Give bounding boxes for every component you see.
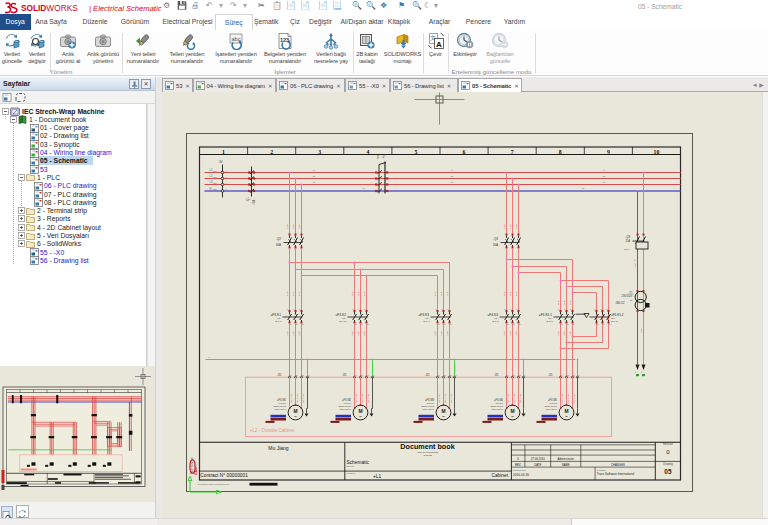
svg-text:400V 50Hz: 400V 50Hz xyxy=(545,408,558,411)
svg-text:CHANGES: CHANGES xyxy=(611,463,625,467)
svg-text:1: 1 xyxy=(290,374,292,376)
svg-text:L1P: L1P xyxy=(286,291,289,296)
svg-text:L1: L1 xyxy=(451,169,454,172)
svg-text:=F3-K5.1: =F3-K5.1 xyxy=(539,313,552,317)
svg-text:L3: L3 xyxy=(603,181,606,184)
svg-text:L1P: L1P xyxy=(557,300,560,305)
svg-text:W1 1.5G: W1 1.5G xyxy=(438,393,441,403)
svg-text:400V 50Hz: 400V 50Hz xyxy=(422,408,435,411)
svg-text:x: x xyxy=(226,188,228,190)
svg-text:x: x xyxy=(635,371,637,373)
svg-text:25A: 25A xyxy=(625,239,630,243)
svg-text:1KVA: 1KVA xyxy=(624,248,630,251)
svg-text:L1P: L1P xyxy=(563,331,566,336)
svg-text:~: ~ xyxy=(442,413,445,419)
svg-text:L1P: L1P xyxy=(298,291,301,296)
svg-text:400V 50Hz: 400V 50Hz xyxy=(491,408,504,411)
svg-text:Location:: Location: xyxy=(347,472,356,474)
svg-text:1F: 1F xyxy=(630,299,633,302)
svg-text:L1P: L1P xyxy=(292,224,295,229)
svg-text:~: ~ xyxy=(359,413,362,419)
svg-text:2: 2 xyxy=(519,323,521,325)
svg-text:| Electrical Schematic: | Electrical Schematic xyxy=(89,4,162,13)
svg-text:L1P: L1P xyxy=(363,291,366,296)
svg-text:L1P: L1P xyxy=(446,331,449,336)
svg-text:2: 2 xyxy=(290,323,292,325)
svg-text:x: x xyxy=(641,371,643,373)
svg-text:2: 2 xyxy=(296,374,298,376)
svg-text:L1: L1 xyxy=(313,169,316,172)
svg-text:-X1: -X1 xyxy=(277,373,282,377)
svg-text:2: 2 xyxy=(513,374,515,376)
svg-text:W1 1.5G: W1 1.5G xyxy=(444,393,447,403)
svg-text:L1P: L1P xyxy=(440,291,443,296)
svg-text:3: 3 xyxy=(450,374,452,376)
svg-text:2: 2 xyxy=(367,323,369,325)
svg-text:2: 2 xyxy=(507,323,509,325)
svg-text:2: 2 xyxy=(270,149,273,155)
svg-text:Ø P-2: Ø P-2 xyxy=(492,320,499,323)
svg-text:1: 1 xyxy=(561,374,563,376)
svg-text:3: 3 xyxy=(302,374,304,376)
svg-text:L1P: L1P xyxy=(434,331,437,336)
svg-text:10: 10 xyxy=(654,149,660,155)
svg-text:+: + xyxy=(634,259,636,262)
svg-text:-X0: -X0 xyxy=(219,160,224,164)
svg-text:L1P: L1P xyxy=(503,291,506,296)
svg-text:NAME: NAME xyxy=(562,463,570,467)
svg-text:-Q3: -Q3 xyxy=(493,237,498,241)
svg-text:-Q1: -Q1 xyxy=(246,197,250,202)
svg-text:-X1: -X1 xyxy=(342,373,347,377)
svg-text:x: x xyxy=(209,356,211,359)
svg-text:9: 9 xyxy=(607,149,610,155)
svg-text:W1 1.5G: W1 1.5G xyxy=(361,393,364,403)
svg-text:=F3-K5.2: =F3-K5.2 xyxy=(611,313,624,317)
svg-text:+L2 - Outside Cabinet: +L2 - Outside Cabinet xyxy=(250,428,296,433)
svg-text:L1P: L1P xyxy=(515,291,518,296)
svg-text:L1P: L1P xyxy=(634,263,637,268)
svg-text:=F3-K3: =F3-K3 xyxy=(418,313,429,317)
svg-text:Generated with elecworks serie: Generated with elecworks series xyxy=(198,483,231,485)
svg-text:L1P: L1P xyxy=(286,224,289,229)
svg-text:2: 2 xyxy=(302,323,304,325)
svg-text:W1 1.5G: W1 1.5G xyxy=(573,393,576,403)
svg-text:2: 2 xyxy=(450,323,452,325)
svg-text:L1P: L1P xyxy=(557,331,560,336)
svg-text:0: 0 xyxy=(666,449,670,455)
svg-text:abc: abc xyxy=(232,36,241,42)
svg-text:3: 3 xyxy=(367,374,369,376)
svg-text:W1 1.5G: W1 1.5G xyxy=(302,393,305,403)
svg-text:L2: L2 xyxy=(603,175,606,178)
svg-text:L1P: L1P xyxy=(503,224,506,229)
svg-text:40A: 40A xyxy=(252,200,256,205)
svg-text:W1 1.5G: W1 1.5G xyxy=(513,393,516,403)
svg-text:~: ~ xyxy=(565,413,568,419)
svg-text:Company: Company xyxy=(597,469,607,471)
svg-text:2: 2 xyxy=(361,374,363,376)
svg-text:Contract N° 00000001: Contract N° 00000001 xyxy=(200,473,248,478)
svg-text:L1P: L1P xyxy=(569,300,572,305)
svg-text:-Q8: -Q8 xyxy=(625,235,630,239)
svg-text:Ø P-9: Ø P-9 xyxy=(275,320,282,323)
svg-text:3: 3 xyxy=(573,374,575,376)
svg-text:2: 2 xyxy=(438,323,440,325)
svg-text:8: 8 xyxy=(559,149,562,155)
svg-text:=F4-K4: =F4-K4 xyxy=(487,313,498,317)
svg-text:2: 2 xyxy=(361,323,363,325)
svg-text:Cabinet: Cabinet xyxy=(491,473,508,478)
svg-text:L1P: L1P xyxy=(357,331,360,336)
svg-text:L1P: L1P xyxy=(509,331,512,336)
svg-text:05: 05 xyxy=(664,468,672,475)
svg-text:L1P: L1P xyxy=(446,291,449,296)
svg-text:L1: L1 xyxy=(603,169,606,172)
svg-text:5: 5 xyxy=(414,149,417,155)
svg-text:W1: W1 xyxy=(213,182,217,184)
svg-text:W1: W1 xyxy=(213,176,217,178)
svg-text:L1P: L1P xyxy=(286,331,289,336)
svg-text:-Q2: -Q2 xyxy=(276,237,281,241)
svg-text:1: 1 xyxy=(355,374,357,376)
svg-text:4: 4 xyxy=(366,149,369,155)
svg-text:W1: W1 xyxy=(213,170,217,172)
svg-text:L1P: L1P xyxy=(363,331,366,336)
svg-text:400V 50Hz: 400V 50Hz xyxy=(339,408,352,411)
